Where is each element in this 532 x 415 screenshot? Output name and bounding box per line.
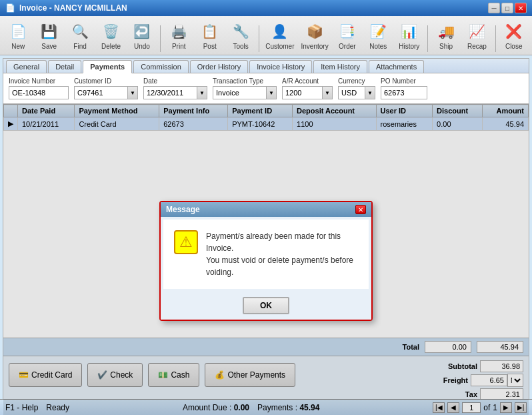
customer-id-dropdown[interactable]: ▼: [127, 86, 138, 99]
modal-message-line1: Payment/s already been made for this Inv…: [206, 230, 358, 254]
po-number-input[interactable]: [381, 86, 427, 99]
tools-button[interactable]: 🔧 Tools: [227, 19, 255, 52]
print-icon: 🖨️: [168, 21, 189, 42]
window-title: Invoice - NANCY MCMILLAN: [19, 3, 127, 13]
currency-group: Currency ▼: [338, 77, 375, 99]
date-label: Date: [143, 77, 207, 85]
recap-button[interactable]: 📈 Recap: [463, 19, 491, 52]
order-button[interactable]: 📑 Order: [333, 19, 361, 52]
new-icon: 📄: [7, 21, 29, 42]
currency-label: Currency: [338, 77, 375, 85]
modal-message: Payment/s already been made for this Inv…: [206, 230, 358, 278]
toolbar-separator-4: [495, 25, 496, 52]
main-content: General Detail Payments Commission Order…: [3, 58, 529, 415]
post-button[interactable]: 📋 Post: [195, 19, 223, 52]
undo-button[interactable]: ↩️ Undo: [128, 19, 156, 52]
customer-button[interactable]: 👤 Customer: [263, 19, 296, 52]
tab-order-history[interactable]: Order History: [190, 60, 248, 73]
customer-icon: 👤: [269, 21, 291, 42]
history-button[interactable]: 📊 History: [395, 19, 423, 52]
invoice-number-label: Invoice Number: [9, 77, 69, 85]
ar-account-group: A/R Account ▼: [282, 77, 333, 99]
save-icon: 💾: [39, 21, 60, 42]
tab-payments[interactable]: Payments: [83, 60, 132, 73]
invoice-number-group: Invoice Number: [9, 77, 69, 99]
close-toolbar-icon: ❌: [503, 21, 525, 42]
minimize-button[interactable]: ─: [488, 3, 500, 13]
invoice-number-input[interactable]: [9, 86, 69, 99]
customer-id-label: Customer ID: [74, 77, 138, 85]
new-button[interactable]: 📄 New: [4, 19, 32, 52]
transaction-type-dropdown[interactable]: ▼: [266, 86, 277, 99]
delete-button[interactable]: 🗑️ Delete: [97, 19, 125, 52]
date-dropdown[interactable]: ▼: [197, 86, 207, 99]
toolbar: 📄 New 💾 Save 🔍 Find 🗑️ Delete ↩️ Undo 🖨️…: [0, 16, 532, 55]
ship-icon: 🚚: [435, 21, 457, 42]
form-area: Invoice Number Customer ID ▼ Date ▼ Tran…: [3, 73, 529, 104]
delete-icon: 🗑️: [101, 21, 122, 42]
transaction-type-label: Transaction Type: [213, 77, 277, 85]
date-input[interactable]: [143, 86, 197, 99]
modal-footer: OK: [161, 292, 371, 320]
tab-detail[interactable]: Detail: [48, 60, 81, 73]
modal-title-text: Message: [166, 205, 200, 214]
title-bar: 📄 Invoice - NANCY MCMILLAN ─ □ ✕: [0, 0, 532, 16]
post-icon: 📋: [199, 21, 221, 42]
recap-icon: 📈: [466, 21, 487, 42]
customer-id-input[interactable]: [74, 86, 127, 99]
modal-close-button[interactable]: ✕: [355, 205, 366, 214]
history-icon: 📊: [399, 21, 420, 42]
po-number-label: PO Number: [381, 77, 427, 85]
inventory-button[interactable]: 📦 Inventory: [299, 19, 331, 52]
modal-overlay: Message ✕ ⚠ Payment/s already been made …: [3, 104, 529, 415]
currency-input[interactable]: [338, 86, 365, 99]
transaction-type-group: Transaction Type ▼: [213, 77, 277, 99]
undo-icon: ↩️: [131, 21, 153, 42]
customer-id-group: Customer ID ▼: [74, 77, 138, 99]
notes-button[interactable]: 📝 Notes: [364, 19, 392, 52]
tab-invoice-history[interactable]: Invoice History: [249, 60, 312, 73]
tab-bar: General Detail Payments Commission Order…: [3, 59, 529, 73]
app-icon: 📄: [5, 3, 15, 13]
ar-account-dropdown[interactable]: ▼: [322, 86, 333, 99]
tab-attachments[interactable]: Attachments: [369, 60, 424, 73]
find-icon: 🔍: [69, 21, 91, 42]
close-button[interactable]: ✕: [515, 3, 527, 13]
message-dialog: Message ✕ ⚠ Payment/s already been made …: [159, 201, 373, 321]
tab-commission[interactable]: Commission: [133, 60, 189, 73]
toolbar-separator-3: [427, 25, 428, 52]
inventory-icon: 📦: [304, 21, 325, 42]
warning-icon: ⚠: [174, 230, 198, 254]
ok-button[interactable]: OK: [243, 297, 289, 314]
modal-body: ⚠ Payment/s already been made for this I…: [163, 220, 369, 289]
tab-general[interactable]: General: [6, 60, 47, 73]
modal-title-bar: Message ✕: [161, 202, 371, 217]
maximize-button[interactable]: □: [501, 3, 513, 13]
ship-button[interactable]: 🚚 Ship: [432, 19, 460, 52]
currency-dropdown[interactable]: ▼: [365, 86, 375, 99]
toolbar-separator-1: [160, 25, 161, 52]
toolbar-separator-2: [259, 25, 259, 52]
date-group: Date ▼: [143, 77, 207, 99]
window-controls: ─ □ ✕: [488, 3, 527, 13]
ar-account-input[interactable]: [282, 86, 322, 99]
print-button[interactable]: 🖨️ Print: [165, 19, 193, 52]
save-button[interactable]: 💾 Save: [35, 19, 63, 52]
ar-account-label: A/R Account: [282, 77, 333, 85]
po-number-group: PO Number: [381, 77, 427, 99]
tab-item-history[interactable]: Item History: [313, 60, 367, 73]
close-toolbar-button[interactable]: ❌ Close: [500, 19, 528, 52]
tools-icon: 🔧: [230, 21, 251, 42]
transaction-type-input[interactable]: [213, 86, 266, 99]
modal-message-line2: You must void or delete payment/s before…: [206, 254, 358, 278]
order-icon: 📑: [337, 21, 358, 42]
notes-icon: 📝: [367, 21, 389, 42]
find-button[interactable]: 🔍 Find: [66, 19, 94, 52]
